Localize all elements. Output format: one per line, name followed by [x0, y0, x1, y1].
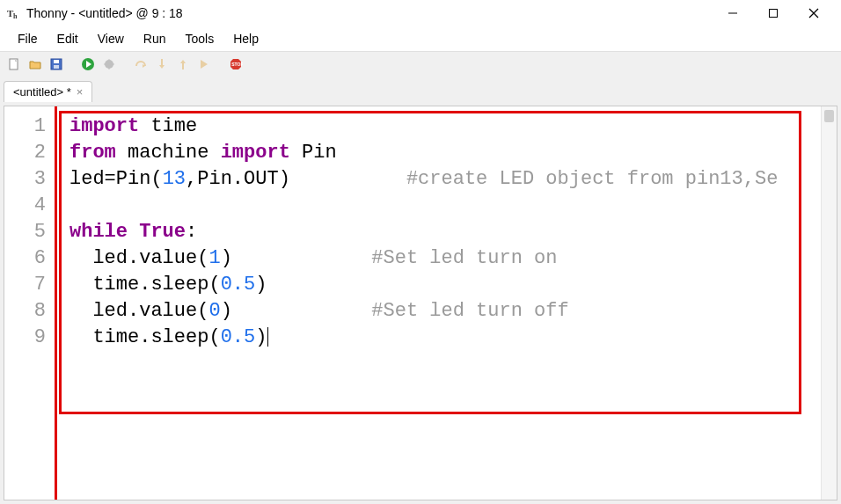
code-line[interactable]: time.sleep(0.5): [69, 325, 830, 351]
title-bar: Th Thonny - <untitled> @ 9 : 18: [0, 0, 841, 26]
svg-line-4: [809, 9, 818, 18]
resume-icon: [195, 55, 213, 73]
menu-help[interactable]: Help: [226, 30, 266, 47]
svg-rect-9: [54, 60, 59, 63]
line-number-gutter: 123456789: [4, 106, 57, 500]
tab-close-icon[interactable]: ×: [77, 86, 84, 98]
step-over-icon: [132, 55, 150, 73]
step-into-icon: [153, 55, 171, 73]
menu-bar: File Edit View Run Tools Help: [0, 26, 841, 51]
code-line[interactable]: [69, 193, 830, 219]
maximize-button[interactable]: [753, 0, 793, 26]
code-line[interactable]: time.sleep(0.5): [69, 272, 830, 298]
editor-container: 123456789 import timefrom machine import…: [0, 102, 841, 504]
new-file-icon[interactable]: [5, 55, 23, 73]
svg-text:STOP: STOP: [231, 62, 243, 67]
toolbar: STOP: [0, 51, 841, 76]
app-icon: Th: [7, 6, 21, 20]
line-number: 6: [8, 245, 46, 272]
minimize-button[interactable]: [713, 0, 753, 26]
line-number: 9: [8, 325, 46, 351]
code-line[interactable]: led.value(0) #Set led turn off: [69, 298, 830, 325]
tab-label: <untitled> *: [13, 85, 71, 99]
menu-file[interactable]: File: [11, 30, 45, 47]
svg-marker-18: [159, 65, 165, 69]
stop-icon[interactable]: STOP: [227, 55, 245, 73]
vertical-scrollbar[interactable]: [821, 106, 837, 500]
code-line[interactable]: import time: [69, 113, 830, 140]
code-line[interactable]: led=Pin(13,Pin.OUT) #create LED object f…: [69, 166, 830, 193]
svg-text:h: h: [13, 12, 18, 20]
code-line[interactable]: from machine import Pin: [69, 140, 830, 166]
step-out-icon: [174, 55, 192, 73]
code-line[interactable]: led.value(1) #Set led turn on: [69, 245, 830, 272]
line-number: 7: [8, 272, 46, 298]
text-cursor: [267, 327, 268, 347]
run-icon[interactable]: [79, 55, 97, 73]
svg-marker-20: [180, 60, 186, 63]
tab-strip: <untitled> * ×: [0, 76, 841, 102]
svg-rect-3: [770, 10, 778, 18]
menu-run[interactable]: Run: [136, 30, 173, 47]
menu-tools[interactable]: Tools: [178, 30, 221, 47]
code-line[interactable]: while True:: [69, 219, 830, 245]
menu-view[interactable]: View: [91, 30, 131, 47]
tab-untitled[interactable]: <untitled> * ×: [4, 81, 92, 102]
line-number: 1: [8, 113, 46, 140]
code-text-area[interactable]: import timefrom machine import Pinled=Pi…: [57, 106, 837, 500]
close-button[interactable]: [793, 0, 834, 26]
menu-edit[interactable]: Edit: [50, 30, 85, 47]
svg-rect-10: [54, 65, 59, 69]
scrollbar-thumb[interactable]: [824, 110, 834, 122]
line-number: 8: [8, 298, 46, 325]
line-number: 3: [8, 166, 46, 193]
svg-marker-21: [201, 60, 208, 69]
code-editor[interactable]: 123456789 import timefrom machine import…: [4, 106, 837, 500]
line-number: 2: [8, 140, 46, 166]
svg-line-5: [809, 9, 818, 18]
save-icon[interactable]: [48, 55, 65, 73]
open-file-icon[interactable]: [26, 55, 44, 73]
line-number: 5: [8, 219, 46, 245]
line-number: 4: [8, 193, 46, 219]
window-title: Thonny - <untitled> @ 9 : 18: [26, 6, 183, 20]
debug-icon: [100, 55, 118, 73]
